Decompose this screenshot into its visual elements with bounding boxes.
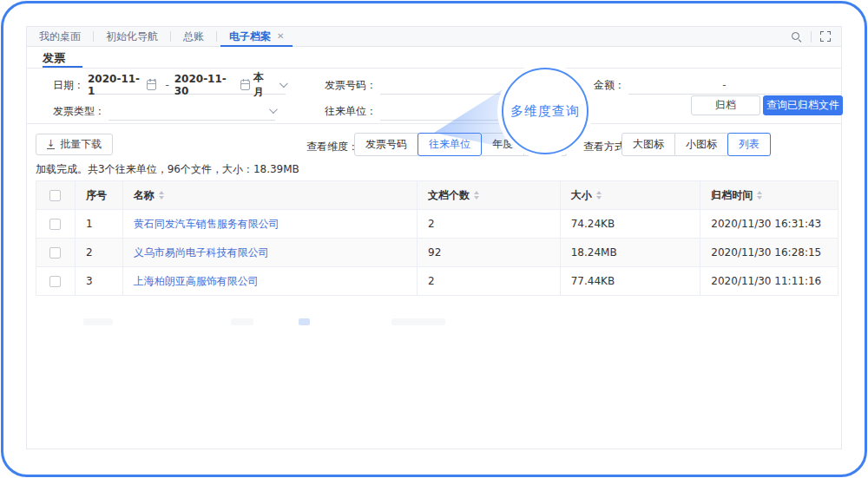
row-checkbox[interactable] bbox=[49, 219, 61, 230]
counterparty-label: 往来单位： bbox=[325, 104, 377, 119]
sort-icon[interactable] bbox=[159, 191, 164, 200]
tab-label: 电子档案 bbox=[229, 27, 271, 46]
row-size: 77.44KB bbox=[561, 267, 701, 295]
header-archived-time[interactable]: 归档时间 bbox=[700, 181, 838, 209]
date-separator: - bbox=[160, 79, 174, 91]
tab-bar: 我的桌面 初始化导航 总账 电子档案 ✕ bbox=[27, 27, 841, 47]
sort-icon[interactable] bbox=[474, 191, 479, 200]
header-index: 序号 bbox=[76, 181, 123, 209]
invoice-type-filter: 发票类型： bbox=[53, 101, 275, 121]
row-checkbox[interactable] bbox=[49, 276, 61, 287]
tab-e-archive[interactable]: 电子档案 ✕ bbox=[217, 27, 296, 46]
row-name-cell: 义乌市易尚电子科技有限公司 bbox=[123, 239, 418, 266]
row-doc-count: 2 bbox=[418, 210, 561, 238]
row-name-cell: 上海柏朗亚高服饰有限公司 bbox=[123, 267, 418, 295]
company-link[interactable]: 上海柏朗亚高服饰有限公司 bbox=[134, 274, 259, 289]
download-arrow: ↓ bbox=[47, 140, 55, 147]
row-index: 2 bbox=[76, 239, 123, 266]
header-label: 序号 bbox=[86, 188, 107, 203]
toolbar: ↓ 批量下载 查看维度： 发票号码 往来单位 年度 月份 查看方式： 大图标 小… bbox=[27, 124, 841, 180]
tab-label: 总账 bbox=[183, 27, 204, 46]
ghost-mark bbox=[231, 318, 253, 325]
tab-label: 初始化导航 bbox=[106, 27, 158, 46]
divider bbox=[811, 31, 812, 43]
callout-text: 多维度查询 bbox=[510, 103, 580, 120]
table-row: 1 黄石同发汽车销售服务有限公司 2 74.24KB 2020/11/30 16… bbox=[36, 210, 838, 239]
subtab-row: 发票 bbox=[27, 47, 841, 69]
close-icon[interactable]: ✕ bbox=[277, 27, 284, 46]
invoice-type-select[interactable] bbox=[108, 101, 275, 121]
header-label: 文档个数 bbox=[428, 188, 470, 203]
dimension-invoice-no-button[interactable]: 发票号码 bbox=[354, 133, 418, 156]
invoice-type-label: 发票类型： bbox=[53, 104, 105, 119]
tab-general-ledger[interactable]: 总账 bbox=[171, 27, 216, 46]
date-from-value[interactable]: 2020-11-1 bbox=[88, 73, 143, 97]
company-link[interactable]: 黄石同发汽车销售服务有限公司 bbox=[134, 217, 279, 232]
tabbar-actions bbox=[791, 27, 841, 46]
amount-filter: 金额： - bbox=[594, 75, 820, 95]
archive-table: 序号 名称 文档个数 大小 归档时间 1 黄石同发汽车销售服务有限公司 2 74… bbox=[36, 180, 838, 296]
sort-icon[interactable] bbox=[757, 191, 762, 200]
fullscreen-icon[interactable] bbox=[820, 31, 831, 42]
batch-download-label: 批量下载 bbox=[60, 137, 102, 152]
amount-label: 金额： bbox=[594, 78, 625, 93]
row-checkbox-cell bbox=[36, 210, 76, 238]
company-link[interactable]: 义乌市易尚电子科技有限公司 bbox=[134, 246, 269, 260]
row-name-cell: 黄石同发汽车销售服务有限公司 bbox=[123, 210, 418, 238]
row-size: 18.24MB bbox=[561, 239, 701, 266]
query-archived-button[interactable]: 查询已归档文件 bbox=[763, 95, 843, 115]
chevron-down-icon[interactable] bbox=[279, 79, 288, 88]
callout-bubble: 多维度查询 bbox=[502, 68, 589, 154]
mode-large-icons-button[interactable]: 大图标 bbox=[621, 133, 675, 156]
archive-button[interactable]: 归档 bbox=[691, 95, 760, 115]
row-doc-count: 92 bbox=[418, 239, 561, 266]
download-icon: ↓ bbox=[47, 140, 55, 149]
header-size[interactable]: 大小 bbox=[561, 181, 701, 209]
row-doc-count: 2 bbox=[418, 267, 561, 295]
date-preset-value[interactable]: 本月 bbox=[253, 70, 273, 100]
select-all-checkbox[interactable] bbox=[49, 190, 61, 201]
row-size: 74.24KB bbox=[561, 210, 701, 238]
header-label: 归档时间 bbox=[711, 188, 753, 203]
date-label: 日期： bbox=[53, 78, 84, 93]
chevron-down-icon[interactable] bbox=[269, 105, 278, 114]
tab-label: 我的桌面 bbox=[39, 27, 81, 46]
header-checkbox-cell bbox=[36, 181, 76, 209]
header-label: 大小 bbox=[571, 188, 592, 203]
header-doc-count[interactable]: 文档个数 bbox=[418, 181, 561, 209]
date-range-input[interactable]: 2020-11-1 - 2020-11-30 本月 bbox=[88, 75, 286, 95]
row-archived-time: 2020/11/30 11:11:16 bbox=[700, 267, 838, 295]
view-dimension-label: 查看维度： bbox=[306, 140, 358, 154]
row-checkbox-cell bbox=[36, 267, 76, 295]
row-checkbox-cell bbox=[36, 239, 76, 266]
header-label: 名称 bbox=[134, 188, 155, 203]
row-index: 1 bbox=[76, 210, 123, 238]
row-archived-time: 2020/11/30 16:31:43 bbox=[700, 210, 838, 238]
calendar-icon[interactable] bbox=[240, 80, 250, 90]
view-mode-group: 大图标 小图标 列表 bbox=[621, 133, 771, 156]
row-checkbox[interactable] bbox=[49, 247, 61, 259]
date-to-value[interactable]: 2020-11-30 bbox=[174, 73, 237, 97]
ghost-mark bbox=[299, 318, 310, 325]
calendar-icon[interactable] bbox=[147, 80, 156, 90]
batch-download-button[interactable]: ↓ 批量下载 bbox=[36, 134, 113, 155]
row-archived-time: 2020/11/30 16:28:15 bbox=[700, 239, 838, 266]
tab-init-nav[interactable]: 初始化导航 bbox=[94, 27, 170, 46]
amount-range-dash: - bbox=[628, 79, 820, 91]
table-header-row: 序号 名称 文档个数 大小 归档时间 bbox=[36, 181, 838, 210]
table-row: 2 义乌市易尚电子科技有限公司 92 18.24MB 2020/11/30 16… bbox=[36, 239, 838, 267]
filter-section: 日期： 2020-11-1 - 2020-11-30 本月 发票类型： bbox=[27, 69, 841, 124]
ghost-mark bbox=[391, 318, 445, 325]
row-index: 3 bbox=[76, 267, 123, 295]
date-filter: 日期： 2020-11-1 - 2020-11-30 本月 bbox=[53, 75, 286, 95]
mode-small-icons-button[interactable]: 小图标 bbox=[675, 133, 728, 156]
tab-my-desktop[interactable]: 我的桌面 bbox=[27, 27, 93, 46]
search-icon[interactable] bbox=[791, 31, 802, 43]
load-status-text: 加载完成。共3个往来单位，96个文件，大小：18.39MB bbox=[36, 162, 299, 177]
sort-icon[interactable] bbox=[596, 191, 602, 200]
subtab-underline bbox=[43, 66, 82, 68]
mode-list-button[interactable]: 列表 bbox=[727, 133, 771, 156]
header-name[interactable]: 名称 bbox=[123, 181, 418, 209]
amount-input[interactable]: - bbox=[628, 75, 820, 95]
main-panel: 我的桌面 初始化导航 总账 电子档案 ✕ 发票 日期： 2020-11-1 - bbox=[26, 26, 842, 449]
